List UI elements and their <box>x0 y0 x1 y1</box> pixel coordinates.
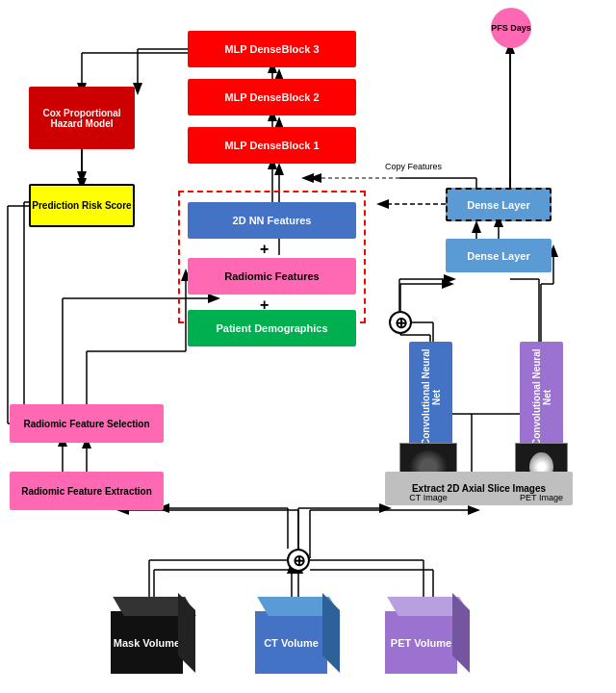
mask-volume-label: Mask Volume <box>114 637 181 649</box>
nn-features-label: 2D NN Features <box>233 215 312 226</box>
svg-marker-34 <box>274 163 284 175</box>
pfs-days-circle: PFS Days <box>491 8 531 48</box>
prediction-risk-box: Prediction Risk Score <box>29 184 135 227</box>
plus-sign-1: + <box>260 241 269 258</box>
radiomic-selection-label: Radiomic Feature Selection <box>23 419 149 429</box>
plus-bottom-label: ⊕ <box>293 552 305 570</box>
plus-circle-bottom: ⊕ <box>287 549 310 572</box>
mlp3-box: MLP DenseBlock 3 <box>188 31 356 67</box>
pet-volume-label: PET Volume <box>391 637 451 649</box>
copy-features-label: Copy Features <box>385 162 442 171</box>
mlp1-box: MLP DenseBlock 1 <box>188 127 356 164</box>
radiomic-selection-box: Radiomic Feature Selection <box>10 404 164 443</box>
cox-model-box: Cox Proportional Hazard Model <box>29 87 135 149</box>
plus-sign-2: + <box>260 296 269 314</box>
svg-marker-28 <box>472 220 481 233</box>
svg-marker-102 <box>376 199 389 209</box>
dense-layer-bottom-label: Dense Layer <box>467 250 529 262</box>
cox-model-label: Cox Proportional Hazard Model <box>29 108 135 129</box>
cnn-left-label: Convolutional Neural Net <box>409 342 452 452</box>
dense-layer-bottom-box: Dense Layer <box>446 239 552 272</box>
svg-marker-32 <box>309 173 321 183</box>
nn-features-box: 2D NN Features <box>188 202 356 239</box>
pet-image-label: PET Image <box>515 493 568 502</box>
plus-top-label: ⊕ <box>395 314 407 332</box>
pfs-days-label: PFS Days <box>491 23 531 33</box>
cnn-left-box: Convolutional Neural Net <box>409 342 452 452</box>
radiomic-extraction-label: Radiomic Feature Extraction <box>21 486 152 497</box>
svg-marker-43 <box>77 171 87 184</box>
cnn-right-box: Convolutional Neural Net <box>520 342 563 452</box>
plus-circle-top: ⊕ <box>389 311 412 334</box>
svg-marker-96 <box>442 279 454 289</box>
mlp2-label: MLP DenseBlock 2 <box>224 91 319 103</box>
mlp1-label: MLP DenseBlock 1 <box>224 140 319 151</box>
dense-layer-top-label: Dense Layer <box>467 199 529 211</box>
prediction-risk-label: Prediction Risk Score <box>32 200 131 211</box>
svg-marker-49 <box>301 173 314 183</box>
dense-layer-top-box: Dense Layer <box>446 188 552 221</box>
ct-image-label: CT Image <box>399 493 457 502</box>
patient-demographics-box: Patient Demographics <box>188 310 356 346</box>
cnn-right-label: Convolutional Neural Net <box>520 342 563 452</box>
radiomic-features-label: Radiomic Features <box>224 270 319 282</box>
mlp2-box: MLP DenseBlock 2 <box>188 79 356 116</box>
radiomic-features-box: Radiomic Features <box>188 258 356 295</box>
patient-demographics-label: Patient Demographics <box>216 322 327 334</box>
radiomic-extraction-box: Radiomic Feature Extraction <box>10 472 164 510</box>
svg-marker-11 <box>468 505 480 515</box>
mlp3-label: MLP DenseBlock 3 <box>224 43 319 55</box>
svg-marker-26 <box>444 274 456 284</box>
ct-volume-label: CT Volume <box>264 637 319 649</box>
